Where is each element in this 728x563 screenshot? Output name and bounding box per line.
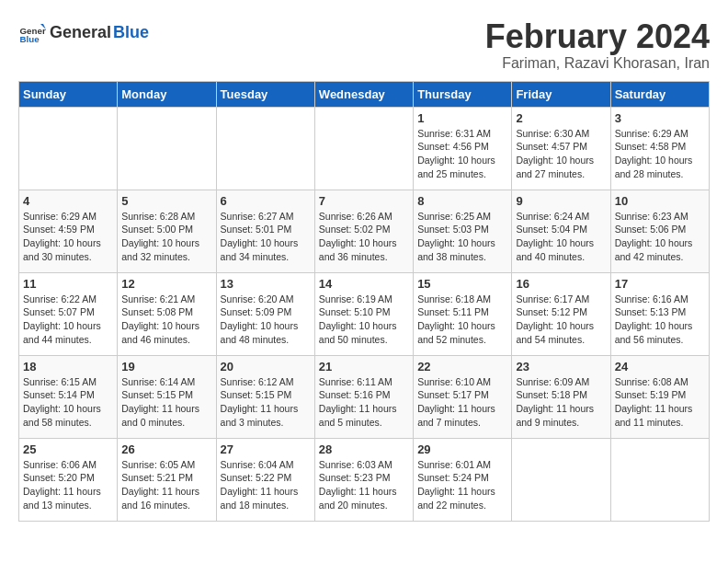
day-info: Sunrise: 6:15 AM Sunset: 5:14 PM Dayligh… xyxy=(23,375,113,430)
day-info: Sunrise: 6:18 AM Sunset: 5:11 PM Dayligh… xyxy=(417,293,507,347)
calendar-cell: 22Sunrise: 6:10 AM Sunset: 5:17 PM Dayli… xyxy=(414,355,512,438)
day-info: Sunrise: 6:12 AM Sunset: 5:15 PM Dayligh… xyxy=(221,375,311,430)
day-info: Sunrise: 6:05 AM Sunset: 5:21 PM Dayligh… xyxy=(121,458,211,512)
title-area: February 2024 Fariman, Razavi Khorasan, … xyxy=(485,18,710,72)
day-number: 22 xyxy=(417,360,507,373)
day-info: Sunrise: 6:10 AM Sunset: 5:17 PM Dayligh… xyxy=(417,375,507,430)
calendar-body: 1Sunrise: 6:31 AM Sunset: 4:56 PM Daylig… xyxy=(19,107,710,521)
day-number: 8 xyxy=(417,194,507,208)
day-number: 21 xyxy=(319,360,409,373)
calendar-cell: 6Sunrise: 6:27 AM Sunset: 5:01 PM Daylig… xyxy=(216,190,314,272)
calendar-cell: 23Sunrise: 6:09 AM Sunset: 5:18 PM Dayli… xyxy=(512,355,610,438)
day-info: Sunrise: 6:29 AM Sunset: 4:58 PM Dayligh… xyxy=(615,127,705,181)
calendar-cell: 14Sunrise: 6:19 AM Sunset: 5:10 PM Dayli… xyxy=(314,272,413,355)
day-number: 9 xyxy=(516,194,606,208)
day-info: Sunrise: 6:20 AM Sunset: 5:09 PM Dayligh… xyxy=(221,293,311,347)
calendar-cell xyxy=(610,438,709,521)
day-number: 12 xyxy=(121,277,211,291)
header-day-monday: Monday xyxy=(118,81,216,107)
day-number: 2 xyxy=(516,111,606,125)
calendar-cell xyxy=(512,438,610,521)
calendar-cell: 15Sunrise: 6:18 AM Sunset: 5:11 PM Dayli… xyxy=(414,272,512,355)
calendar-cell: 25Sunrise: 6:06 AM Sunset: 5:20 PM Dayli… xyxy=(19,438,118,521)
day-info: Sunrise: 6:25 AM Sunset: 5:03 PM Dayligh… xyxy=(417,210,507,264)
calendar-cell: 3Sunrise: 6:29 AM Sunset: 4:58 PM Daylig… xyxy=(610,107,709,190)
day-number: 3 xyxy=(615,111,705,125)
calendar-cell: 1Sunrise: 6:31 AM Sunset: 4:56 PM Daylig… xyxy=(414,107,512,190)
header-day-wednesday: Wednesday xyxy=(314,81,413,107)
day-info: Sunrise: 6:16 AM Sunset: 5:13 PM Dayligh… xyxy=(615,293,705,347)
day-info: Sunrise: 6:26 AM Sunset: 5:02 PM Dayligh… xyxy=(319,210,409,264)
calendar-cell: 28Sunrise: 6:03 AM Sunset: 5:23 PM Dayli… xyxy=(314,438,413,521)
day-number: 1 xyxy=(417,111,507,125)
day-info: Sunrise: 6:23 AM Sunset: 5:06 PM Dayligh… xyxy=(615,210,705,264)
calendar-cell xyxy=(118,107,216,190)
day-info: Sunrise: 6:19 AM Sunset: 5:10 PM Dayligh… xyxy=(319,293,409,347)
calendar-cell: 4Sunrise: 6:29 AM Sunset: 4:59 PM Daylig… xyxy=(19,190,118,272)
day-info: Sunrise: 6:21 AM Sunset: 5:08 PM Dayligh… xyxy=(121,293,211,347)
day-number: 15 xyxy=(417,277,507,291)
day-info: Sunrise: 6:24 AM Sunset: 5:04 PM Dayligh… xyxy=(516,210,606,264)
day-number: 16 xyxy=(516,277,606,291)
logo-blue-text: Blue xyxy=(113,23,149,42)
day-info: Sunrise: 6:09 AM Sunset: 5:18 PM Dayligh… xyxy=(516,375,606,430)
day-number: 10 xyxy=(615,194,705,208)
day-number: 6 xyxy=(221,194,311,208)
day-info: Sunrise: 6:30 AM Sunset: 4:57 PM Dayligh… xyxy=(516,127,606,181)
main-title: February 2024 xyxy=(485,18,710,55)
header: General Blue General Blue February 2024 … xyxy=(18,18,710,72)
day-info: Sunrise: 6:03 AM Sunset: 5:23 PM Dayligh… xyxy=(319,458,409,512)
week-row-4: 18Sunrise: 6:15 AM Sunset: 5:14 PM Dayli… xyxy=(19,355,710,438)
day-number: 20 xyxy=(221,360,311,373)
day-info: Sunrise: 6:08 AM Sunset: 5:19 PM Dayligh… xyxy=(615,375,705,430)
sub-title: Fariman, Razavi Khorasan, Iran xyxy=(485,55,710,72)
day-info: Sunrise: 6:22 AM Sunset: 5:07 PM Dayligh… xyxy=(23,293,113,347)
day-info: Sunrise: 6:31 AM Sunset: 4:56 PM Dayligh… xyxy=(417,127,507,181)
logo: General Blue General Blue xyxy=(18,18,149,46)
header-day-saturday: Saturday xyxy=(610,81,709,107)
calendar-cell: 2Sunrise: 6:30 AM Sunset: 4:57 PM Daylig… xyxy=(512,107,610,190)
calendar-cell: 21Sunrise: 6:11 AM Sunset: 5:16 PM Dayli… xyxy=(314,355,413,438)
calendar-cell: 26Sunrise: 6:05 AM Sunset: 5:21 PM Dayli… xyxy=(118,438,216,521)
day-number: 19 xyxy=(121,360,211,373)
day-number: 26 xyxy=(121,442,211,456)
calendar-cell: 9Sunrise: 6:24 AM Sunset: 5:04 PM Daylig… xyxy=(512,190,610,272)
calendar-cell: 18Sunrise: 6:15 AM Sunset: 5:14 PM Dayli… xyxy=(19,355,118,438)
calendar-cell: 10Sunrise: 6:23 AM Sunset: 5:06 PM Dayli… xyxy=(610,190,709,272)
header-day-thursday: Thursday xyxy=(414,81,512,107)
logo-icon: General Blue xyxy=(18,18,46,46)
header-day-tuesday: Tuesday xyxy=(216,81,314,107)
day-number: 5 xyxy=(121,194,211,208)
day-number: 4 xyxy=(23,194,113,208)
day-info: Sunrise: 6:06 AM Sunset: 5:20 PM Dayligh… xyxy=(23,458,113,512)
day-number: 14 xyxy=(319,277,409,291)
header-day-sunday: Sunday xyxy=(19,81,118,107)
day-info: Sunrise: 6:01 AM Sunset: 5:24 PM Dayligh… xyxy=(417,458,507,512)
calendar-cell: 20Sunrise: 6:12 AM Sunset: 5:15 PM Dayli… xyxy=(216,355,314,438)
day-info: Sunrise: 6:17 AM Sunset: 5:12 PM Dayligh… xyxy=(516,293,606,347)
day-info: Sunrise: 6:14 AM Sunset: 5:15 PM Dayligh… xyxy=(121,375,211,430)
calendar-cell: 11Sunrise: 6:22 AM Sunset: 5:07 PM Dayli… xyxy=(19,272,118,355)
calendar-cell: 13Sunrise: 6:20 AM Sunset: 5:09 PM Dayli… xyxy=(216,272,314,355)
week-row-1: 1Sunrise: 6:31 AM Sunset: 4:56 PM Daylig… xyxy=(19,107,710,190)
calendar: SundayMondayTuesdayWednesdayThursdayFrid… xyxy=(18,81,710,522)
calendar-cell: 29Sunrise: 6:01 AM Sunset: 5:24 PM Dayli… xyxy=(414,438,512,521)
calendar-cell: 27Sunrise: 6:04 AM Sunset: 5:22 PM Dayli… xyxy=(216,438,314,521)
day-info: Sunrise: 6:11 AM Sunset: 5:16 PM Dayligh… xyxy=(319,375,409,430)
week-row-3: 11Sunrise: 6:22 AM Sunset: 5:07 PM Dayli… xyxy=(19,272,710,355)
week-row-5: 25Sunrise: 6:06 AM Sunset: 5:20 PM Dayli… xyxy=(19,438,710,521)
day-number: 29 xyxy=(417,442,507,456)
day-number: 28 xyxy=(319,442,409,456)
calendar-cell: 12Sunrise: 6:21 AM Sunset: 5:08 PM Dayli… xyxy=(118,272,216,355)
day-info: Sunrise: 6:27 AM Sunset: 5:01 PM Dayligh… xyxy=(221,210,311,264)
calendar-cell: 16Sunrise: 6:17 AM Sunset: 5:12 PM Dayli… xyxy=(512,272,610,355)
day-number: 23 xyxy=(516,360,606,373)
logo-general-text: General xyxy=(50,23,111,42)
day-number: 24 xyxy=(615,360,705,373)
calendar-cell: 24Sunrise: 6:08 AM Sunset: 5:19 PM Dayli… xyxy=(610,355,709,438)
day-info: Sunrise: 6:28 AM Sunset: 5:00 PM Dayligh… xyxy=(121,210,211,264)
svg-text:Blue: Blue xyxy=(20,34,40,44)
day-number: 13 xyxy=(221,277,311,291)
day-number: 7 xyxy=(319,194,409,208)
day-number: 18 xyxy=(23,360,113,373)
